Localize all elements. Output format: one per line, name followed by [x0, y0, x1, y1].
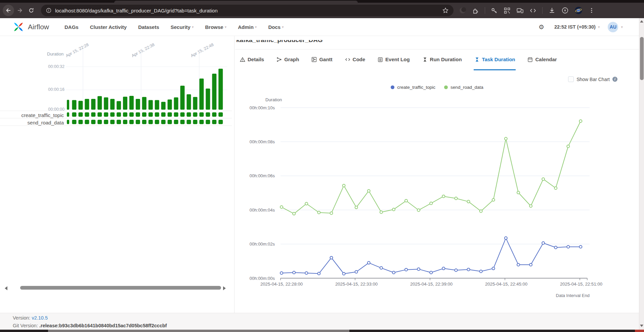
data-point-marker[interactable]: [355, 270, 358, 273]
gear-icon[interactable]: ⚙: [539, 23, 544, 31]
data-point-marker[interactable]: [542, 178, 545, 180]
data-point-marker[interactable]: [554, 246, 557, 249]
horizontal-scrollbar[interactable]: [20, 286, 221, 290]
data-point-marker[interactable]: [542, 242, 545, 245]
run-duration-bar[interactable]: [67, 100, 69, 110]
scroll-right-arrow-icon[interactable]: [223, 286, 226, 290]
task-instance-square[interactable]: [187, 120, 191, 124]
task-instance-square[interactable]: [174, 112, 178, 117]
run-duration-bar[interactable]: [97, 96, 102, 110]
run-duration-bar[interactable]: [174, 97, 178, 110]
task-instance-square[interactable]: [142, 112, 146, 117]
vertical-scrollbar-thumb[interactable]: [640, 37, 644, 80]
airflow-brand[interactable]: Airflow: [12, 21, 49, 33]
data-point-marker[interactable]: [517, 191, 520, 194]
data-point-marker[interactable]: [280, 272, 283, 274]
data-point-marker[interactable]: [442, 195, 445, 198]
nav-item-datasets[interactable]: Datasets: [138, 24, 159, 30]
run-duration-bar[interactable]: [206, 88, 210, 110]
url-bar[interactable]: localhost:8080/dags/kafka_traffic_produc…: [41, 5, 454, 16]
data-point-marker[interactable]: [392, 208, 395, 211]
task-instance-square[interactable]: [168, 120, 172, 124]
run-duration-bar[interactable]: [168, 100, 172, 110]
speed-extension-icon[interactable]: [561, 7, 569, 14]
data-point-marker[interactable]: [405, 268, 407, 271]
data-point-marker[interactable]: [392, 271, 395, 274]
data-point-marker[interactable]: [567, 145, 569, 148]
data-point-marker[interactable]: [417, 268, 420, 270]
data-point-marker[interactable]: [368, 261, 370, 264]
data-point-marker[interactable]: [554, 187, 557, 189]
run-duration-bar[interactable]: [110, 99, 115, 110]
task-instance-square[interactable]: [174, 120, 178, 124]
password-key-icon[interactable]: [491, 7, 498, 14]
profile-planet-icon[interactable]: [574, 6, 583, 14]
data-point-marker[interactable]: [343, 272, 345, 275]
run-duration-bar[interactable]: [136, 99, 140, 110]
extensions-puzzle-icon[interactable]: [472, 7, 479, 14]
task-instance-square[interactable]: [123, 120, 127, 124]
scroll-left-arrow-icon[interactable]: [5, 286, 7, 290]
data-point-marker[interactable]: [305, 272, 308, 274]
run-duration-bar[interactable]: [212, 74, 216, 110]
nav-item-admin[interactable]: Admin▾: [238, 24, 257, 30]
data-point-marker[interactable]: [492, 267, 495, 270]
task-instance-square[interactable]: [142, 120, 146, 124]
data-point-marker[interactable]: [405, 199, 407, 202]
data-point-marker[interactable]: [442, 267, 445, 270]
nav-item-docs[interactable]: Docs▾: [268, 24, 284, 30]
run-duration-bar[interactable]: [155, 100, 159, 110]
back-button[interactable]: [3, 5, 14, 16]
run-duration-bar[interactable]: [104, 97, 108, 110]
task-instance-square[interactable]: [199, 120, 204, 124]
task-instance-square[interactable]: [180, 112, 185, 117]
task-instance-square[interactable]: [97, 120, 102, 124]
task-instance-square[interactable]: [136, 112, 140, 117]
data-point-marker[interactable]: [467, 200, 470, 203]
run-duration-bar[interactable]: [117, 101, 121, 110]
site-info-icon[interactable]: [46, 7, 52, 13]
run-duration-bar[interactable]: [123, 97, 127, 110]
run-duration-bar[interactable]: [199, 78, 204, 110]
run-duration-bar[interactable]: [218, 69, 223, 110]
task-instance-square[interactable]: [104, 112, 108, 117]
data-point-marker[interactable]: [579, 246, 582, 248]
chevron-down-icon[interactable]: ▾: [598, 25, 600, 29]
task-instance-square[interactable]: [212, 112, 216, 117]
data-point-marker[interactable]: [330, 256, 333, 259]
run-duration-bar[interactable]: [180, 86, 185, 110]
task-instance-square[interactable]: [72, 112, 76, 117]
data-point-marker[interactable]: [517, 263, 520, 266]
task-instance-square[interactable]: [206, 120, 210, 124]
url-text[interactable]: localhost:8080/dags/kafka_traffic_produc…: [55, 8, 442, 13]
vertical-scrollbar[interactable]: [639, 18, 644, 330]
data-point-marker[interactable]: [567, 246, 569, 248]
dark-mode-extension-icon[interactable]: [459, 7, 466, 14]
data-point-marker[interactable]: [529, 263, 532, 266]
run-duration-bar[interactable]: [129, 96, 134, 110]
task-instance-square[interactable]: [117, 120, 121, 124]
data-point-marker[interactable]: [343, 184, 345, 187]
data-point-marker[interactable]: [455, 269, 457, 271]
task-instance-square[interactable]: [91, 112, 95, 117]
data-point-marker[interactable]: [355, 206, 358, 209]
data-point-marker[interactable]: [480, 270, 482, 273]
task-instance-square[interactable]: [129, 112, 134, 117]
task-duration-chart[interactable]: 00h:00m:00s00h:00m:02s00h:00m:04s00h:00m…: [235, 36, 639, 313]
task-instance-square[interactable]: [212, 120, 216, 124]
task-instance-square[interactable]: [155, 120, 159, 124]
data-point-marker[interactable]: [317, 211, 320, 214]
task-instance-square[interactable]: [206, 112, 210, 117]
data-point-marker[interactable]: [380, 211, 383, 214]
avatar[interactable]: AU: [608, 22, 618, 32]
bookmark-star-icon[interactable]: [442, 7, 449, 14]
kebab-menu-icon[interactable]: [588, 7, 595, 14]
data-point-marker[interactable]: [505, 237, 507, 239]
data-point-marker[interactable]: [505, 137, 507, 140]
data-point-marker[interactable]: [467, 268, 470, 271]
data-point-marker[interactable]: [492, 198, 495, 201]
code-icon[interactable]: [529, 7, 536, 14]
data-point-marker[interactable]: [280, 206, 283, 209]
run-duration-bar[interactable]: [187, 94, 191, 110]
data-point-marker[interactable]: [430, 202, 432, 205]
